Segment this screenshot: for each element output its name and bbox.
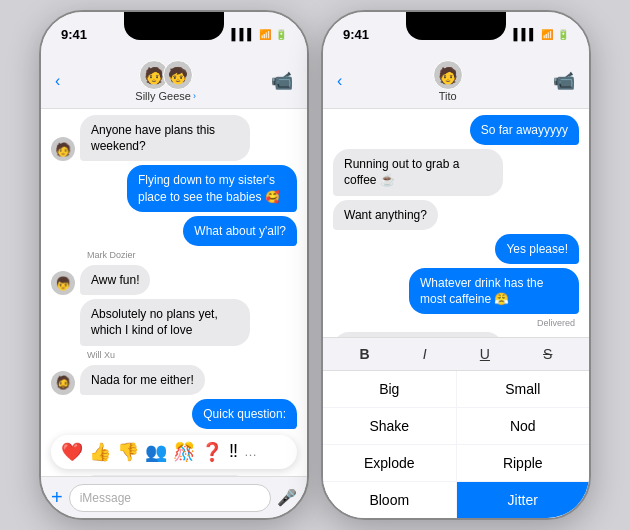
bubble-received: Running out to grab a coffee ☕ bbox=[333, 149, 503, 195]
nav-avatar-1b: 🧒 bbox=[163, 60, 193, 90]
format-toolbar: B I U S bbox=[323, 337, 589, 370]
avatar-group-1: 🧑 🧒 bbox=[139, 60, 193, 90]
signal-icon: ▌▌▌ bbox=[232, 28, 255, 40]
effect-bloom[interactable]: Bloom bbox=[323, 482, 456, 518]
bubble-received: Nada for me either! bbox=[80, 365, 205, 395]
effect-nod[interactable]: Nod bbox=[457, 408, 590, 444]
effect-explode[interactable]: Explode bbox=[323, 445, 456, 481]
messages-area-2[interactable]: So far awayyyyy Running out to grab a co… bbox=[323, 109, 589, 337]
effect-shake[interactable]: Shake bbox=[323, 408, 456, 444]
bold-button[interactable]: B bbox=[354, 344, 376, 364]
table-row: 🧑 Anyone have plans this weekend? bbox=[51, 115, 297, 161]
table-row: Whatever drink has the most caffeine 😤 bbox=[333, 268, 579, 314]
bubble-sent: Quick question: bbox=[192, 399, 297, 429]
status-bar-2: 9:41 ▌▌▌ 📶 🔋 bbox=[323, 12, 589, 56]
effect-jitter[interactable]: Jitter bbox=[457, 482, 590, 518]
table-row: 🧔 Nada for me either! bbox=[51, 365, 297, 395]
table-row: Want anything? bbox=[333, 200, 579, 230]
message-input-1[interactable]: iMessage bbox=[69, 484, 271, 512]
bubble-sent: So far awayyyyy bbox=[470, 115, 579, 145]
back-button-2[interactable]: ‹ bbox=[337, 72, 342, 90]
nav-center-2: 🧑 Tito bbox=[433, 60, 463, 102]
wifi-icon-2: 📶 bbox=[541, 29, 553, 40]
nav-title-2[interactable]: Tito bbox=[439, 90, 457, 102]
back-button-1[interactable]: ‹ bbox=[55, 72, 60, 90]
input-placeholder-1: iMessage bbox=[80, 491, 131, 505]
input-bar-1: + iMessage 🎤 bbox=[41, 476, 307, 518]
italic-button[interactable]: I bbox=[417, 344, 433, 364]
effect-ripple[interactable]: Ripple bbox=[457, 445, 590, 481]
video-button-2[interactable]: 📹 bbox=[553, 70, 575, 92]
notch-2 bbox=[406, 12, 506, 40]
status-bar-1: 9:41 ▌▌▌ 📶 🔋 bbox=[41, 12, 307, 56]
avatar: 👦 bbox=[51, 271, 75, 295]
table-row: Quick question: bbox=[51, 399, 297, 429]
avatar: 🧔 bbox=[51, 371, 75, 395]
sender-name: Will Xu bbox=[51, 350, 297, 360]
bubble-received: Want anything? bbox=[333, 200, 438, 230]
nav-avatar-2: 🧑 bbox=[433, 60, 463, 90]
reaction-question[interactable]: ❓ bbox=[201, 441, 223, 463]
table-row: Running out to grab a coffee ☕ bbox=[333, 149, 579, 195]
table-row: So far awayyyyy bbox=[333, 115, 579, 145]
sender-name: Mark Dozier bbox=[51, 250, 297, 260]
phone1: 9:41 ▌▌▌ 📶 🔋 ‹ 🧑 🧒 Silly Geese › 📹 bbox=[39, 10, 309, 520]
status-time-1: 9:41 bbox=[61, 27, 87, 42]
bubble-sent: What about y'all? bbox=[183, 216, 297, 246]
mic-icon-1[interactable]: 🎤 bbox=[277, 488, 297, 507]
nav-center-1: 🧑 🧒 Silly Geese › bbox=[135, 60, 196, 102]
table-row: Yes please! bbox=[333, 234, 579, 264]
notch-1 bbox=[124, 12, 224, 40]
strikethrough-button[interactable]: S bbox=[537, 344, 558, 364]
reaction-row[interactable]: ❤️ 👍 👎 👥 🎊 ❓ ‼️ … bbox=[51, 435, 297, 469]
table-row: What about y'all? bbox=[51, 216, 297, 246]
phone2: 9:41 ▌▌▌ 📶 🔋 ‹ 🧑 Tito 📹 So far awayyyyy … bbox=[321, 10, 591, 520]
avatar: 🧑 bbox=[51, 137, 75, 161]
messages-area-1[interactable]: 🧑 Anyone have plans this weekend? Flying… bbox=[41, 109, 307, 476]
bubble-sent: Flying down to my sister's place to see … bbox=[127, 165, 297, 211]
bubble-sent: Whatever drink has the most caffeine 😤 bbox=[409, 268, 579, 314]
reaction-heart[interactable]: ❤️ bbox=[61, 441, 83, 463]
add-button-1[interactable]: + bbox=[51, 486, 63, 509]
reaction-exclaim[interactable]: ‼️ bbox=[229, 441, 238, 462]
table-row: Flying down to my sister's place to see … bbox=[51, 165, 297, 211]
battery-icon-2: 🔋 bbox=[557, 29, 569, 40]
table-row: 👦 Aww fun! bbox=[51, 265, 297, 295]
bubble-received: Absolutely no plans yet, which I kind of… bbox=[80, 299, 250, 345]
effects-grid: Big Small Shake Nod Explode Ripple Bloom… bbox=[323, 370, 589, 518]
bubble-sent: Yes please! bbox=[495, 234, 579, 264]
wifi-icon: 📶 bbox=[259, 29, 271, 40]
status-time-2: 9:41 bbox=[343, 27, 369, 42]
delivered-label: Delivered bbox=[333, 318, 579, 328]
reaction-more[interactable]: … bbox=[244, 444, 257, 459]
reaction-group[interactable]: 👥 bbox=[145, 441, 167, 463]
effect-big[interactable]: Big bbox=[323, 371, 456, 407]
reaction-party[interactable]: 🎊 bbox=[173, 441, 195, 463]
nav-bar-1: ‹ 🧑 🧒 Silly Geese › 📹 bbox=[41, 56, 307, 109]
effect-small[interactable]: Small bbox=[457, 371, 590, 407]
underline-button[interactable]: U bbox=[474, 344, 496, 364]
bubble-received: Aww fun! bbox=[80, 265, 150, 295]
signal-icon-2: ▌▌▌ bbox=[514, 28, 537, 40]
reaction-thumbsup[interactable]: 👍 bbox=[89, 441, 111, 463]
nav-bar-2: ‹ 🧑 Tito 📹 bbox=[323, 56, 589, 109]
bubble-received: Anyone have plans this weekend? bbox=[80, 115, 250, 161]
reaction-thumbsdown[interactable]: 👎 bbox=[117, 441, 139, 463]
nav-title-1[interactable]: Silly Geese › bbox=[135, 90, 196, 102]
battery-icon: 🔋 bbox=[275, 29, 287, 40]
status-icons-1: ▌▌▌ 📶 🔋 bbox=[232, 28, 287, 40]
video-button-1[interactable]: 📹 bbox=[271, 70, 293, 92]
table-row: Absolutely no plans yet, which I kind of… bbox=[51, 299, 297, 345]
status-icons-2: ▌▌▌ 📶 🔋 bbox=[514, 28, 569, 40]
